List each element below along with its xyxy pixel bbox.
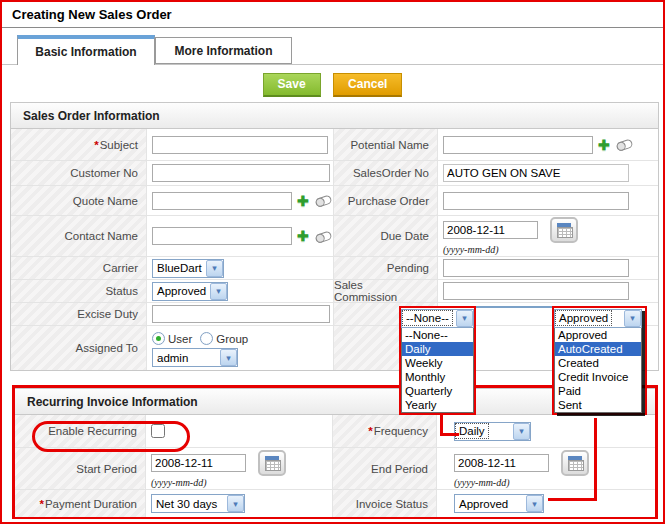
dropdown-option[interactable]: Approved [555, 328, 641, 342]
purchase-order-label: Purchase Order [333, 186, 438, 215]
page-title: Creating New Sales Order [12, 7, 172, 22]
carrier-label: Carrier [11, 257, 147, 279]
dropdown-option[interactable]: Monthly [402, 370, 473, 384]
section-title: Recurring Invoice Information [27, 395, 198, 409]
save-button[interactable]: Save [263, 73, 321, 97]
assigned-to-group-label: Group [216, 333, 248, 345]
purchase-order-input[interactable] [443, 192, 629, 210]
pending-cell [438, 257, 658, 279]
frequency-dropdown-open: --None-- ▾ --None-- Daily Weekly Monthly… [401, 308, 474, 413]
calendar-icon[interactable] [258, 450, 286, 476]
dropdown-option[interactable]: Weekly [402, 356, 473, 370]
dropdown-option[interactable]: Quarterly [402, 384, 473, 398]
dropdown-option[interactable]: Credit Invoice [555, 370, 641, 384]
chevron-down-icon: ▾ [456, 310, 473, 327]
date-format-hint: (yyyy-mm-dd) [454, 477, 510, 488]
calendar-icon[interactable] [550, 217, 578, 243]
excise-duty-label: Excise Duty [11, 303, 147, 325]
status-select[interactable]: Approved ▾ [152, 282, 228, 301]
clear-icon[interactable] [615, 137, 635, 152]
sales-commission-cell [438, 280, 658, 302]
invoice-status-select-value: Approved [456, 497, 511, 511]
dropdown-option[interactable]: --None-- [402, 328, 473, 342]
frequency-select[interactable]: Daily ▾ [454, 422, 531, 441]
subject-cell [147, 129, 333, 160]
end-period-cell: (yyyy-mm-dd) [437, 448, 655, 489]
date-format-hint: (yyyy-mm-dd) [151, 477, 207, 488]
clear-icon[interactable] [314, 193, 334, 208]
carrier-cell: BlueDart ▾ [147, 257, 333, 279]
invoice-status-dropdown-closed[interactable]: Approved ▾ [554, 309, 642, 328]
customer-no-input[interactable] [152, 164, 330, 182]
frequency-select-value: Daily [456, 424, 488, 438]
dropdown-option-highlighted[interactable]: AutoCreated [555, 342, 641, 356]
subject-label: * Subject [11, 129, 147, 160]
section-title: Sales Order Information [23, 109, 160, 123]
chevron-down-icon: ▾ [210, 283, 227, 300]
frequency-dropdown-value: --None-- [403, 311, 452, 325]
payment-duration-select-value: Net 30 days [153, 497, 220, 511]
calendar-icon[interactable] [561, 450, 589, 476]
add-icon[interactable]: ✚ [297, 229, 309, 243]
chevron-down-icon: ▾ [624, 310, 641, 327]
subject-input[interactable] [152, 136, 328, 154]
tab-more-information[interactable]: More Information [155, 37, 292, 64]
invoice-status-option-list: Approved AutoCreated Created Credit Invo… [554, 328, 642, 413]
excise-duty-cell [147, 303, 333, 325]
underlying-select-edge [475, 306, 554, 308]
assigned-to-user-radio[interactable] [152, 332, 165, 345]
dropdown-option[interactable]: Created [555, 356, 641, 370]
contact-name-input[interactable] [152, 227, 292, 245]
dropdown-option[interactable]: Sent [555, 398, 641, 412]
assigned-to-user-label: User [168, 333, 192, 345]
due-date-input[interactable] [443, 221, 538, 239]
add-icon[interactable]: ✚ [598, 138, 610, 152]
assigned-to-cell: User Group admin ▾ [147, 326, 333, 370]
status-select-value: Approved [154, 284, 209, 298]
pending-input[interactable] [443, 259, 629, 277]
potential-name-input[interactable] [443, 136, 593, 154]
sales-commission-input[interactable] [443, 282, 629, 300]
tab-basic-information[interactable]: Basic Information [17, 35, 155, 65]
form-row: Start Period (yyyy-mm-dd) End Period [15, 448, 655, 490]
status-label: Status [11, 280, 147, 302]
creating-new-sales-order-window: Creating New Sales Order Basic Informati… [0, 0, 665, 524]
action-bar: Save Cancel [2, 73, 663, 97]
frequency-cell: Daily ▾ [437, 415, 655, 447]
payment-duration-cell: Net 30 days ▾ [146, 490, 332, 517]
purchase-order-cell [438, 186, 658, 215]
chevron-down-icon: ▾ [513, 423, 530, 440]
contact-name-cell: ✚ [147, 216, 333, 256]
form-row: Contact Name ✚ Due Date [11, 216, 658, 257]
date-format-hint: (yyyy-mm-dd) [443, 244, 499, 255]
quote-name-input[interactable] [152, 192, 292, 210]
cancel-button[interactable]: Cancel [333, 73, 402, 97]
chevron-down-icon: ▾ [206, 260, 223, 277]
dropdown-option[interactable]: Yearly [402, 398, 473, 412]
carrier-select[interactable]: BlueDart ▾ [152, 259, 224, 278]
assigned-to-select[interactable]: admin ▾ [152, 348, 238, 367]
salesorder-no-input [443, 164, 629, 182]
invoice-status-dropdown-annotation-box: Approved ▾ Approved AutoCreated Created … [552, 306, 647, 415]
clear-icon[interactable] [314, 229, 334, 244]
potential-name-cell: ✚ [438, 129, 658, 160]
quote-name-cell: ✚ [147, 186, 333, 215]
potential-name-label: Potential Name [333, 129, 438, 160]
frequency-dropdown-closed[interactable]: --None-- ▾ [401, 309, 474, 328]
invoice-status-select[interactable]: Approved ▾ [454, 494, 544, 513]
payment-duration-select[interactable]: Net 30 days ▾ [151, 494, 245, 513]
section-header: Sales Order Information [10, 102, 659, 129]
assigned-to-group-radio[interactable] [200, 332, 213, 345]
excise-duty-input[interactable] [152, 305, 330, 323]
dropdown-option[interactable]: Paid [555, 384, 641, 398]
end-period-input[interactable] [454, 454, 549, 472]
assigned-to-select-value: admin [154, 351, 191, 365]
form-row: Quote Name ✚ Purchase Order [11, 186, 658, 216]
customer-no-cell [147, 161, 333, 185]
start-period-input[interactable] [151, 454, 246, 472]
add-icon[interactable]: ✚ [297, 194, 309, 208]
divider [2, 27, 663, 28]
carrier-select-value: BlueDart [154, 261, 205, 275]
dropdown-option-highlighted[interactable]: Daily [402, 342, 473, 356]
enable-recurring-annotation-circle [32, 421, 190, 452]
